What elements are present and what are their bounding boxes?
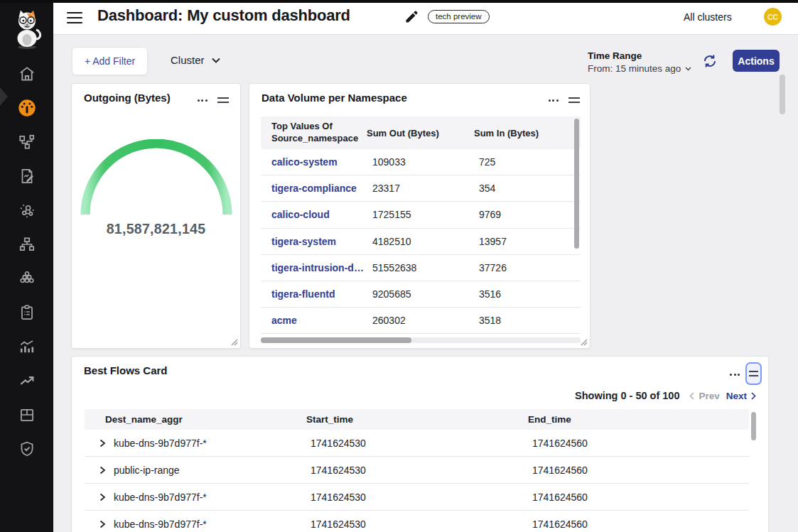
package-icon[interactable]	[0, 398, 53, 432]
top-bar: Dashboard: My custom dashboard tech prev…	[0, 0, 798, 35]
chevron-down-icon	[685, 67, 691, 71]
home-icon[interactable]	[0, 57, 53, 91]
namespace-link[interactable]: calico-system	[261, 156, 367, 168]
refresh-icon[interactable]	[701, 53, 718, 70]
edit-pencil-icon[interactable]	[404, 10, 419, 24]
best-flows-table: Dest_name_aggr Start_time End_time kube-…	[85, 409, 749, 532]
gauge-dashboard-icon[interactable]	[0, 91, 53, 125]
cluster-filter-dropdown[interactable]: Cluster	[171, 54, 220, 66]
sidebar-nav	[0, 0, 53, 532]
sum-in-value: 3516	[474, 288, 581, 300]
user-avatar[interactable]: CC	[764, 8, 782, 26]
sum-in-value: 354	[474, 183, 581, 194]
prev-page-button[interactable]: Prev	[689, 391, 719, 401]
gauge-value: 81,587,821,145	[72, 221, 240, 237]
drag-handle-focused[interactable]	[745, 362, 762, 385]
table-row: tigera-compliance 23317 354	[261, 175, 581, 202]
namespace-link[interactable]: tigera-system	[261, 236, 367, 247]
namespace-link[interactable]: acme	[261, 315, 367, 326]
start-time-value: 1741624530	[306, 438, 528, 449]
row-expand-chevron-icon[interactable]	[99, 466, 106, 474]
drag-handle-icon[interactable]	[568, 95, 580, 105]
dest-name-value: kube-dns-9b7d977f-*	[114, 519, 207, 530]
shield-check-icon[interactable]	[0, 432, 53, 466]
pagination-status: Showing 0 - 50 of 100	[575, 390, 679, 401]
best-flows-card: Best Flows Card Showing 0 - 50 of 100 Pr…	[71, 356, 769, 532]
sum-out-value: 9205685	[367, 288, 474, 300]
row-expand-chevron-icon[interactable]	[99, 493, 106, 501]
ellipsis-menu-icon[interactable]	[730, 371, 740, 379]
table-row: kube-dns-9b7d977f-* 1741624530 174162456…	[85, 484, 749, 511]
end-time-value: 1741624560	[528, 492, 749, 503]
end-time-value: 1741624560	[528, 438, 749, 449]
sum-out-value: 4182510	[367, 236, 474, 247]
trend-arrow-icon[interactable]	[0, 364, 53, 398]
next-page-button[interactable]: Next	[726, 391, 756, 401]
ellipsis-menu-icon[interactable]	[549, 97, 559, 104]
column-header: Start_time	[306, 414, 528, 425]
report-edit-icon[interactable]	[0, 159, 53, 193]
column-header: Top Values Of Source_namespace	[261, 121, 367, 145]
molecule-icon[interactable]	[0, 193, 53, 227]
app-root: Dashboard: My custom dashboard tech prev…	[0, 0, 798, 532]
calico-cat-logo[interactable]	[10, 9, 44, 50]
namespace-link[interactable]: tigera-intrusion-d…	[261, 262, 367, 273]
honeycomb-icon[interactable]	[0, 261, 53, 295]
sum-in-value: 3518	[474, 315, 581, 326]
start-time-value: 1741624530	[306, 465, 528, 476]
table-row: kube-dns-9b7d977f-* 1741624530 174162456…	[85, 511, 749, 532]
actions-button[interactable]: Actions	[733, 50, 780, 72]
ellipsis-menu-icon[interactable]	[198, 97, 207, 104]
dest-name-value: public-ip-range	[114, 465, 180, 476]
tech-preview-badge: tech preview	[428, 10, 490, 23]
namespace-link[interactable]: calico-cloud	[261, 209, 367, 220]
table-body: kube-dns-9b7d977f-* 1741624530 174162456…	[85, 430, 749, 532]
card-title: Data Volume per Namespace	[261, 92, 407, 104]
hamburger-menu-icon[interactable]	[67, 12, 82, 26]
table-body: calico-system 109033 725 tigera-complian…	[261, 149, 581, 334]
resize-corner-handle[interactable]	[231, 339, 238, 346]
topology-icon[interactable]	[0, 125, 53, 159]
table-row: acme 260302 3518	[261, 308, 581, 334]
page-title: Dashboard: My custom dashboard	[97, 6, 350, 25]
table-row: tigera-fluentd 9205685 3516	[261, 281, 581, 308]
start-time-value: 1741624530	[306, 492, 528, 503]
resize-corner-handle[interactable]	[581, 339, 588, 346]
column-header: End_time	[528, 414, 749, 425]
clipboard-icon[interactable]	[0, 295, 53, 330]
table-row: tigera-system 4182510 13957	[261, 229, 581, 255]
cluster-scope-selector[interactable]: All clusters	[684, 11, 732, 23]
sum-out-value: 109033	[367, 156, 474, 168]
page-scrollbar-thumb[interactable]	[780, 75, 785, 114]
gauge-arc	[78, 139, 234, 221]
table-header-row: Dest_name_aggr Start_time End_time	[85, 409, 749, 430]
table-row: calico-system 109033 725	[261, 149, 581, 175]
table-vertical-scrollbar[interactable]	[574, 119, 579, 249]
drag-handle-icon[interactable]	[217, 95, 229, 105]
bar-line-chart-icon[interactable]	[0, 330, 53, 364]
sum-out-value: 1725155	[367, 209, 474, 220]
add-filter-button[interactable]: + Add Filter	[72, 47, 148, 75]
column-header: Sum Out (Bytes)	[367, 128, 474, 139]
top-edge-strip	[0, 0, 798, 3]
drag-handle-icon[interactable]	[749, 369, 758, 379]
table-row: calico-cloud 1725155 9769	[261, 202, 581, 228]
sum-out-value: 260302	[367, 315, 474, 326]
data-volume-card: Data Volume per Namespace Top Values Of …	[249, 83, 591, 349]
namespace-link[interactable]: tigera-compliance	[261, 183, 367, 194]
table-horizontal-scrollbar[interactable]	[261, 337, 581, 343]
table-row: tigera-intrusion-d… 51552638 37726	[261, 255, 581, 281]
sitemap-icon[interactable]	[0, 227, 53, 261]
sum-out-value: 51552638	[367, 262, 474, 273]
row-expand-chevron-icon[interactable]	[99, 520, 106, 528]
time-range-from-dropdown[interactable]: From: 15 minutes ago	[588, 63, 691, 74]
outgoing-bytes-card: Outgoing (Bytes) 81,587,821,145	[71, 83, 241, 349]
pagination: Showing 0 - 50 of 100 Prev Next	[575, 390, 756, 401]
table-vertical-scrollbar[interactable]	[751, 412, 756, 440]
row-expand-chevron-icon[interactable]	[99, 439, 106, 447]
chevron-down-icon	[212, 58, 220, 63]
chevron-right-icon	[751, 392, 756, 400]
card-title: Outgoing (Bytes)	[84, 92, 171, 104]
namespace-link[interactable]: tigera-fluentd	[261, 288, 367, 300]
sum-in-value: 725	[474, 156, 581, 168]
